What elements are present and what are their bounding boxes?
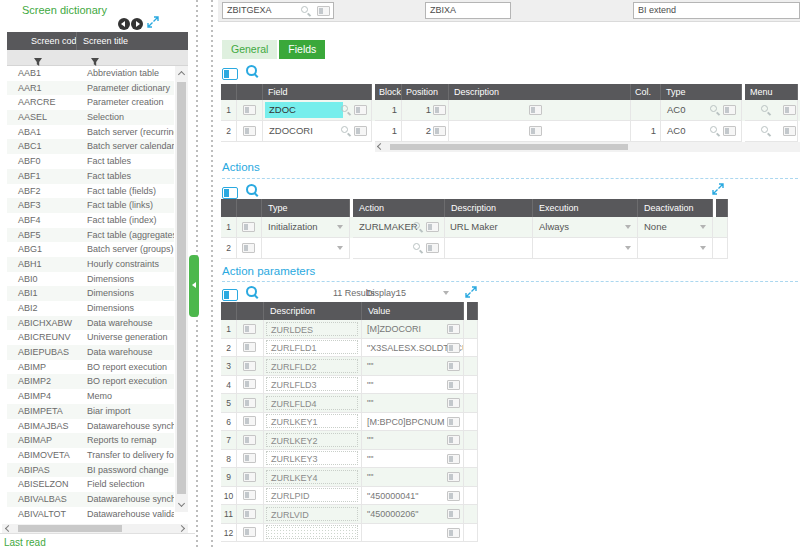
execution-dropdown[interactable]: Always: [533, 217, 638, 238]
scroll-down-icon[interactable]: [178, 500, 185, 507]
row-detail-cell[interactable]: [237, 339, 264, 358]
parameter-description-cell[interactable]: ZURLFLD4: [264, 394, 362, 413]
screen-list-row[interactable]: ABIMAP Reports to remap: [7, 433, 174, 448]
screen-list-row[interactable]: ABIEPUBAS Data warehouse: [7, 345, 174, 360]
dropdown-caret-icon[interactable]: [337, 225, 343, 229]
scroll-left-icon[interactable]: [5, 525, 12, 532]
row-detail-cell[interactable]: [237, 394, 264, 413]
field-cell[interactable]: ZDOCORI: [263, 121, 372, 142]
row-detail-icon[interactable]: [242, 222, 255, 232]
lookup-grid-icon[interactable]: [447, 324, 460, 334]
parameter-value-cell[interactable]: [M:BPC0]BPCNUM: [362, 413, 464, 432]
dropdown-caret-icon[interactable]: [700, 246, 706, 250]
action-parameter-row[interactable]: 11 ZURLVID "450000206": [221, 505, 478, 524]
row-detail-icon[interactable]: [243, 379, 256, 389]
block-cell[interactable]: 1: [375, 121, 402, 142]
lookup-grid-icon[interactable]: [447, 361, 460, 371]
parameter-description-cell[interactable]: ZURLFLD3: [264, 376, 362, 395]
screen-list-row[interactable]: ABF0 Fact tables: [7, 154, 174, 169]
action-parameter-row[interactable]: 7 ZURLKEY2 "": [221, 431, 478, 450]
parameter-description-cell[interactable]: [264, 524, 362, 543]
lookup-grid-icon[interactable]: [447, 509, 460, 519]
row-detail-icon[interactable]: [243, 105, 256, 115]
type-value[interactable]: AC0: [661, 104, 685, 115]
action-parameter-row[interactable]: 12: [221, 524, 478, 543]
row-detail-icon[interactable]: [242, 243, 255, 253]
screen-list-row[interactable]: AARCRE Parameter creation: [7, 95, 174, 110]
dropdown-caret-icon[interactable]: [443, 291, 449, 295]
dropdown-caret-icon[interactable]: [700, 225, 706, 229]
expand-grid-icon[interactable]: [465, 286, 477, 298]
lookup-search-icon[interactable]: [413, 222, 423, 232]
display-page-size[interactable]: 15: [396, 288, 406, 298]
row-detail-icon[interactable]: [243, 324, 256, 334]
parameter-description-cell[interactable]: ZURLKEY2: [264, 431, 362, 450]
tab-fields[interactable]: Fields: [279, 40, 325, 59]
row-detail-cell[interactable]: [237, 431, 264, 450]
nav-next-icon[interactable]: [131, 18, 143, 30]
col-cell[interactable]: 1: [631, 121, 661, 142]
parameter-value-cell[interactable]: [M]ZDOCORI: [362, 320, 464, 339]
screen-list-row[interactable]: ABA1 Batch server (recurring tas: [7, 125, 174, 140]
row-detail-cell[interactable]: [237, 450, 264, 469]
screen-list-row[interactable]: ABIPAS BI password change: [7, 463, 174, 478]
action-type-dropdown[interactable]: [262, 238, 350, 259]
parameter-value-cell[interactable]: "X3SALESX.SOLDTOCUSTOMER": [362, 339, 464, 358]
last-read-label[interactable]: Last read: [4, 537, 46, 548]
field-cell[interactable]: ZDOC: [263, 100, 372, 121]
lookup-search-icon[interactable]: [761, 126, 771, 136]
action-parameter-row[interactable]: 2 ZURLFLD1 "X3SALESX.SOLDTOCUSTOMER": [221, 339, 478, 358]
parameter-description-cell[interactable]: ZURLDES: [264, 320, 362, 339]
field-value[interactable]: ZDOCORI: [263, 125, 313, 136]
row-detail-cell[interactable]: [237, 376, 264, 395]
lookup-grid-icon[interactable]: [447, 435, 460, 445]
menu-cell[interactable]: [745, 100, 798, 121]
row-detail-cell[interactable]: [237, 357, 264, 376]
lookup-grid-icon[interactable]: [433, 105, 446, 115]
lookup-search-icon[interactable]: [761, 105, 771, 115]
screen-list-row[interactable]: ABI1 Dimensions: [7, 286, 174, 301]
parameter-value-cell[interactable]: "": [362, 394, 464, 413]
lookup-grid-icon[interactable]: [783, 105, 796, 115]
row-detail-cell[interactable]: [237, 320, 264, 339]
dropdown-caret-icon[interactable]: [625, 246, 631, 250]
screen-list-row[interactable]: AASEL Selection: [7, 110, 174, 125]
row-detail-icon[interactable]: [243, 416, 256, 426]
search-icon[interactable]: [245, 64, 259, 82]
screen-list-row[interactable]: ABIMPETA Biar import: [7, 404, 174, 419]
dropdown-caret-icon[interactable]: [337, 246, 343, 250]
abbreviation-input[interactable]: ZBIXA: [425, 2, 511, 19]
screen-list-row[interactable]: ABIVALBAS Datawarehouse synchro: [7, 492, 174, 507]
description-input[interactable]: BI extend: [633, 2, 800, 19]
action-cell[interactable]: [353, 238, 445, 259]
screen-list-row[interactable]: ABC1 Batch server calendar: [7, 139, 174, 154]
screen-code-input[interactable]: ZBITGEXA: [222, 2, 334, 19]
field-value[interactable]: ZDOC: [265, 102, 343, 118]
parameter-description-cell[interactable]: ZURLKEY1: [264, 413, 362, 432]
lookup-search-icon[interactable]: [341, 105, 351, 115]
execution-dropdown[interactable]: [533, 238, 638, 259]
col-cell[interactable]: [631, 100, 661, 121]
column-header-screen-title[interactable]: Screen title: [77, 32, 188, 50]
type-cell[interactable]: AC0: [661, 121, 742, 142]
lookup-grid-icon[interactable]: [426, 243, 439, 253]
position-cell[interactable]: 2: [402, 121, 449, 142]
search-icon[interactable]: [245, 285, 259, 303]
type-value[interactable]: AC0: [661, 125, 685, 136]
row-detail-icon[interactable]: [243, 490, 256, 500]
deactivation-dropdown[interactable]: [638, 238, 713, 259]
row-detail-icon[interactable]: [243, 126, 256, 136]
parameter-value-cell[interactable]: "": [362, 468, 464, 487]
action-parameter-row[interactable]: 9 ZURLKEY4 "": [221, 468, 478, 487]
action-parameter-row[interactable]: 6 ZURLKEY1 [M:BPC0]BPCNUM: [221, 413, 478, 432]
action-cell[interactable]: ZURLMAKER: [353, 217, 445, 238]
lookup-grid-icon[interactable]: [447, 528, 460, 538]
parameter-description-cell[interactable]: ZURLFLD1: [264, 339, 362, 358]
screen-list-row[interactable]: ABF2 Fact table (fields): [7, 184, 174, 199]
scroll-left-icon[interactable]: [377, 143, 384, 150]
screen-list-row[interactable]: ABICREUNV Universe generation: [7, 330, 174, 345]
parameter-description-cell[interactable]: ZURLFLD2: [264, 357, 362, 376]
lookup-grid-icon[interactable]: [426, 222, 439, 232]
description-cell[interactable]: [449, 100, 631, 121]
row-detail-cell[interactable]: [237, 487, 264, 506]
